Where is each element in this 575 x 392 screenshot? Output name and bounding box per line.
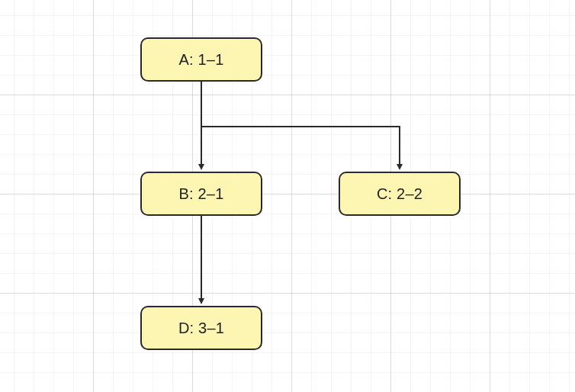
edge-a-c — [201, 82, 400, 169]
node-a-label: A: 1–1 — [178, 51, 223, 69]
node-b[interactable]: B: 2–1 — [140, 172, 262, 216]
node-d[interactable]: D: 3–1 — [140, 306, 262, 350]
node-c[interactable]: C: 2–2 — [339, 172, 461, 216]
edges-layer — [0, 0, 575, 392]
node-a[interactable]: A: 1–1 — [140, 37, 262, 82]
node-d-label: D: 3–1 — [178, 320, 224, 337]
diagram-canvas[interactable]: A: 1–1 B: 2–1 C: 2–2 D: 3–1 — [0, 0, 575, 392]
node-b-label: B: 2–1 — [178, 185, 223, 203]
node-c-label: C: 2–2 — [377, 185, 422, 203]
